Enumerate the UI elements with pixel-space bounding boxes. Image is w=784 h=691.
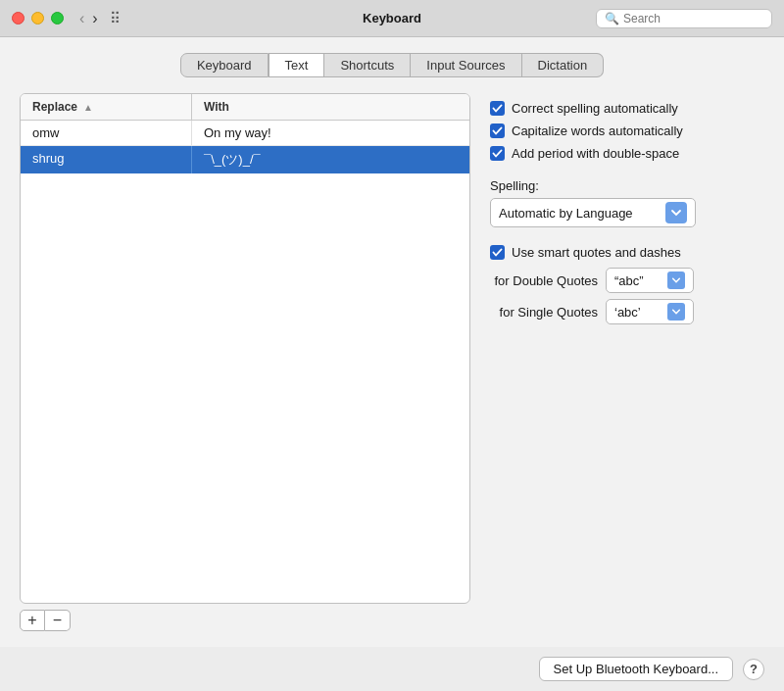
back-button[interactable]: ‹ — [77, 10, 86, 27]
table-row-selected[interactable]: shrug ¯\_(ツ)_/¯ — [21, 146, 469, 173]
window-title: Keyboard — [363, 11, 421, 25]
cell-with-omw: On my way! — [192, 121, 469, 145]
checkbox-capitalize[interactable] — [490, 123, 505, 138]
single-quotes-arrow-icon — [667, 303, 685, 321]
double-quotes-row: for Double Quotes “abc” — [490, 268, 764, 293]
checkbox-row-period: Add period with double-space — [490, 146, 764, 161]
tab-shortcuts[interactable]: Shortcuts — [324, 53, 411, 77]
window-content: Keyboard Text Shortcuts Input Sources Di… — [0, 37, 784, 647]
checkbox-label-spelling: Correct spelling automatically — [512, 101, 678, 116]
search-bar[interactable]: 🔍 — [596, 9, 772, 28]
right-panel: Correct spelling automatically Capitaliz… — [490, 93, 764, 631]
table-buttons: + − — [20, 610, 470, 631]
smart-quotes-section: Use smart quotes and dashes for Double Q… — [490, 245, 764, 330]
double-quotes-arrow-icon — [667, 271, 685, 289]
cell-replace-shrug: shrug — [21, 146, 192, 173]
sort-arrow-icon: ▲ — [83, 102, 93, 113]
add-row-button[interactable]: + — [20, 610, 45, 631]
minimize-button[interactable] — [31, 12, 44, 25]
single-quotes-value: ‘abc’ — [614, 305, 641, 320]
left-panel: Replace ▲ With omw On my way! shrug ¯\_(… — [20, 93, 470, 631]
table-rows: omw On my way! shrug ¯\_(ツ)_/¯ — [21, 121, 469, 603]
grid-icon: ⠿ — [110, 10, 121, 27]
nav-buttons: ‹ › — [77, 10, 100, 27]
checkbox-row-spelling: Correct spelling automatically — [490, 101, 764, 116]
search-icon: 🔍 — [605, 12, 619, 25]
bottom-bar: Set Up Bluetooth Keyboard... ? — [0, 647, 784, 691]
tab-dictation[interactable]: Dictation — [522, 53, 605, 77]
maximize-button[interactable] — [51, 12, 64, 25]
tab-text[interactable]: Text — [269, 53, 325, 77]
cell-replace-omw: omw — [21, 121, 192, 145]
checkbox-label-period: Add period with double-space — [512, 146, 679, 161]
single-quotes-row: for Single Quotes ‘abc’ — [490, 299, 764, 324]
double-quotes-select[interactable]: “abc” — [606, 268, 694, 293]
spelling-section: Spelling: Automatic by Language — [490, 178, 764, 227]
remove-row-button[interactable]: − — [45, 610, 71, 631]
spelling-select-row: Automatic by Language — [490, 198, 764, 227]
spelling-select-value: Automatic by Language — [499, 206, 633, 221]
double-quotes-value: “abc” — [614, 273, 644, 288]
spelling-select-arrow-icon — [665, 202, 687, 223]
table-header: Replace ▲ With — [21, 94, 469, 121]
checkbox-label-capitalize: Capitalize words automatically — [512, 123, 683, 138]
checkbox-smart-quotes[interactable] — [490, 245, 505, 260]
double-quotes-label: for Double Quotes — [490, 273, 598, 288]
close-button[interactable] — [12, 12, 24, 25]
tabs-container: Keyboard Text Shortcuts Input Sources Di… — [20, 53, 764, 77]
traffic-lights — [12, 12, 64, 25]
main-body: Replace ▲ With omw On my way! shrug ¯\_(… — [20, 93, 764, 631]
col-replace-header: Replace ▲ — [21, 94, 192, 120]
tab-input-sources[interactable]: Input Sources — [411, 53, 521, 77]
table-row[interactable]: omw On my way! — [21, 121, 469, 146]
checkbox-row-smart-quotes: Use smart quotes and dashes — [490, 245, 764, 260]
titlebar: ‹ › ⠿ Keyboard 🔍 — [0, 0, 784, 37]
col-with-header: With — [192, 94, 469, 120]
cell-with-shrug: ¯\_(ツ)_/¯ — [192, 146, 469, 173]
checkbox-period[interactable] — [490, 146, 505, 161]
forward-button[interactable]: › — [90, 10, 99, 27]
tab-keyboard[interactable]: Keyboard — [180, 53, 269, 77]
text-table: Replace ▲ With omw On my way! shrug ¯\_(… — [20, 93, 470, 604]
checkbox-label-smart-quotes: Use smart quotes and dashes — [512, 245, 681, 260]
bt-keyboard-button[interactable]: Set Up Bluetooth Keyboard... — [539, 657, 733, 681]
single-quotes-select[interactable]: ‘abc’ — [606, 299, 694, 324]
checkbox-spelling[interactable] — [490, 101, 505, 116]
checkbox-row-capitalize: Capitalize words automatically — [490, 123, 764, 138]
spelling-select[interactable]: Automatic by Language — [490, 198, 696, 227]
single-quotes-label: for Single Quotes — [490, 305, 598, 320]
spelling-label: Spelling: — [490, 178, 764, 193]
help-button[interactable]: ? — [743, 659, 764, 680]
search-input[interactable] — [623, 12, 763, 25]
